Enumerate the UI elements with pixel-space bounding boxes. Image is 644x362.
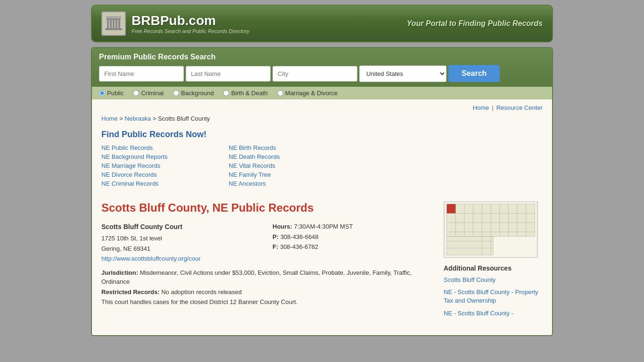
resource-link-extra[interactable]: NE - Scotts Bluff County - xyxy=(444,309,543,318)
logo-icon xyxy=(101,11,126,36)
link-ne-death-records[interactable]: NE Death Records xyxy=(229,153,342,160)
radio-public-text: Public xyxy=(107,90,124,97)
link-ne-family-tree[interactable]: NE Family Tree xyxy=(229,171,342,178)
first-name-input[interactable] xyxy=(99,66,184,82)
find-records-section: Find Public Records Now! NE Public Recor… xyxy=(101,130,543,187)
svg-rect-4 xyxy=(113,20,115,28)
radio-background[interactable] xyxy=(173,90,179,96)
search-panel: Premium Public Records Search United Sta… xyxy=(92,48,552,87)
ne-map xyxy=(444,201,538,258)
court-fax: F: 308-436-6782 xyxy=(272,242,434,252)
records-links-grid: NE Public Records NE Birth Records NE Ba… xyxy=(101,144,543,187)
restricted-label: Restricted Records: xyxy=(101,288,160,296)
jurisdiction-label: Jurisdiction: xyxy=(101,269,138,276)
search-button[interactable]: Search xyxy=(448,65,500,82)
link-ne-birth-records[interactable]: NE Birth Records xyxy=(229,144,342,151)
court-hours: Hours: 7:30AM-4:30PM MST xyxy=(272,222,434,231)
jurisdiction-value: Misdemeanor, Civil Actions under $53,000… xyxy=(101,269,412,286)
svg-rect-25 xyxy=(447,204,456,214)
svg-rect-2 xyxy=(107,20,109,28)
site-tagline: Your Portal to Finding Public Records xyxy=(407,19,543,28)
county-main-content: Scotts Bluff County, NE Public Records S… xyxy=(101,201,434,321)
last-name-input[interactable] xyxy=(186,66,271,82)
court-note: This court handles cases for the closed … xyxy=(101,297,434,307)
hours-value: 7:30AM-4:30PM MST xyxy=(294,223,353,230)
link-ne-vital-records[interactable]: NE Vital Records xyxy=(229,162,342,169)
fax-value: 308-436-6782 xyxy=(280,243,318,250)
main-container: Premium Public Records Search United Sta… xyxy=(91,47,553,336)
radio-birth-death[interactable] xyxy=(223,90,229,96)
top-nav-separator: | xyxy=(492,104,493,111)
county-page-title: Scotts Bluff County, NE Public Records xyxy=(101,201,434,214)
search-fields-row: United States Search xyxy=(99,65,545,82)
link-ne-public-records[interactable]: NE Public Records xyxy=(101,144,215,151)
court-jurisdiction: Jurisdiction: Misdemeanor, Civil Actions… xyxy=(101,268,434,287)
breadcrumb: Home > Nebraska > Scotts Bluff County xyxy=(101,115,543,122)
svg-rect-6 xyxy=(118,20,120,28)
breadcrumb-sep1: > xyxy=(119,115,124,122)
top-nav: Home | Resource Center xyxy=(101,104,543,111)
link-ne-criminal-records[interactable]: NE Criminal Records xyxy=(101,180,215,187)
radio-criminal[interactable] xyxy=(133,90,139,96)
svg-rect-5 xyxy=(116,20,117,28)
court-restricted: Restricted Records: No adoption records … xyxy=(101,288,434,297)
phone-value: 308-436-6648 xyxy=(281,233,319,240)
radio-public-label[interactable]: Public xyxy=(99,90,124,97)
radio-marriage-divorce-text: Marriage & Divorce xyxy=(285,90,338,97)
site-header: BRBPub.com Free Records Search and Publi… xyxy=(91,5,553,42)
county-sidebar: Additional Resources Scotts Bluff County… xyxy=(444,201,543,321)
radio-public[interactable] xyxy=(99,90,105,96)
court-url[interactable]: http://www.scottsbluffcounty.org/cour xyxy=(101,255,201,262)
radio-birth-death-text: Birth & Death xyxy=(231,90,267,97)
additional-resources-section: Additional Resources Scotts Bluff County… xyxy=(444,264,543,318)
breadcrumb-sep2: > xyxy=(153,115,158,122)
logo-text-area: BRBPub.com Free Records Search and Publi… xyxy=(132,13,249,34)
link-ne-marriage-records[interactable]: NE Marriage Records xyxy=(101,162,215,169)
radio-criminal-text: Criminal xyxy=(141,90,164,97)
radio-marriage-divorce[interactable] xyxy=(277,90,283,96)
court-name: Scotts Bluff County Court xyxy=(101,222,263,232)
fax-label: F: xyxy=(272,243,278,250)
hours-label: Hours: xyxy=(272,223,292,230)
breadcrumb-county: Scotts Bluff County xyxy=(158,115,210,122)
breadcrumb-state[interactable]: Nebraska xyxy=(125,115,151,122)
county-layout: Scotts Bluff County, NE Public Records S… xyxy=(101,201,543,321)
search-type-radio-group: Public Criminal Background Birth & Death… xyxy=(92,87,552,99)
link-ne-background-reports[interactable]: NE Background Reports xyxy=(101,153,215,160)
court-right-col: Hours: 7:30AM-4:30PM MST P: 308-436-6648… xyxy=(272,222,434,264)
link-ne-divorce-records[interactable]: NE Divorce Records xyxy=(101,171,215,178)
court-phone: P: 308-436-6648 xyxy=(272,232,434,242)
court-info-grid: Scotts Bluff County Court 1725 10th St, … xyxy=(101,222,434,264)
radio-marriage-divorce-label[interactable]: Marriage & Divorce xyxy=(277,90,338,97)
radio-criminal-label[interactable]: Criminal xyxy=(133,90,164,97)
resource-link-property-tax[interactable]: NE - Scotts Bluff County - Property Tax … xyxy=(444,288,543,305)
radio-background-text: Background xyxy=(181,90,214,97)
logo-area: BRBPub.com Free Records Search and Publi… xyxy=(101,11,249,36)
breadcrumb-home[interactable]: Home xyxy=(101,115,118,122)
phone-label: P: xyxy=(272,233,279,240)
top-nav-resource-center[interactable]: Resource Center xyxy=(496,104,543,111)
site-title: BRBPub.com xyxy=(132,13,249,28)
court-address-2: Gering, NE 69341 xyxy=(101,244,263,254)
radio-birth-death-label[interactable]: Birth & Death xyxy=(223,90,267,97)
city-input[interactable] xyxy=(272,66,357,82)
svg-rect-7 xyxy=(106,16,121,18)
restricted-value: No adoption records released xyxy=(161,288,242,296)
radio-background-label[interactable]: Background xyxy=(173,90,214,97)
svg-rect-10 xyxy=(447,237,493,255)
court-info-block: Scotts Bluff County Court 1725 10th St, … xyxy=(101,222,434,307)
court-address-1: 1725 10th St, 1st level xyxy=(101,234,263,243)
svg-rect-3 xyxy=(110,20,112,28)
additional-resources-title: Additional Resources xyxy=(444,264,543,272)
svg-rect-0 xyxy=(105,28,122,30)
top-nav-home[interactable]: Home xyxy=(473,104,489,111)
resource-link-scotts-bluff-county[interactable]: Scotts Bluff County xyxy=(444,276,543,284)
country-select[interactable]: United States xyxy=(359,66,446,82)
site-subtitle: Free Records Search and Public Records D… xyxy=(132,28,249,34)
search-panel-title: Premium Public Records Search xyxy=(99,53,545,61)
content-area: Home | Resource Center Home > Nebraska >… xyxy=(92,99,552,335)
find-records-title: Find Public Records Now! xyxy=(101,130,543,140)
link-ne-ancestors[interactable]: NE Ancestors xyxy=(229,180,342,187)
court-left-col: Scotts Bluff County Court 1725 10th St, … xyxy=(101,222,263,264)
